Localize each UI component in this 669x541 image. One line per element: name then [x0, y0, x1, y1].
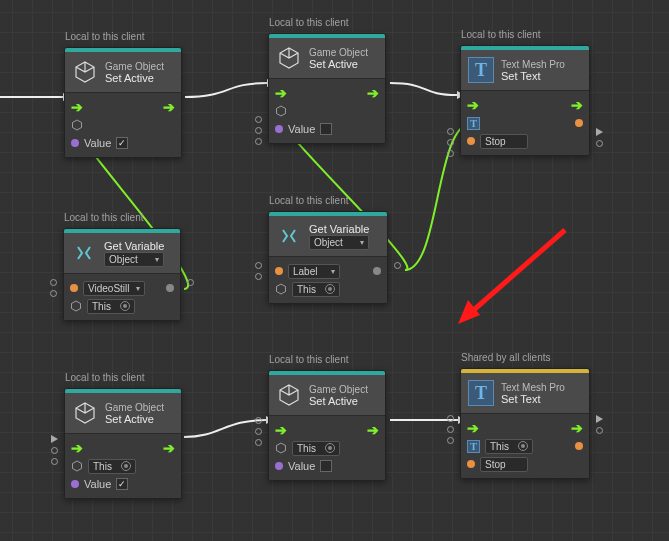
out-port-icon[interactable] [575, 119, 583, 127]
value-label: Value [84, 478, 111, 490]
port-dot[interactable] [596, 140, 603, 147]
value-checkbox[interactable] [320, 460, 332, 472]
node-header: Game Object Set Active [65, 52, 181, 92]
port-dot[interactable] [50, 279, 57, 286]
port-dot[interactable] [51, 447, 58, 454]
node-get-variable-1[interactable]: Local to this client Get Variable Object… [63, 228, 181, 321]
node-subtitle: Game Object [309, 47, 368, 58]
port-dot[interactable] [255, 439, 262, 446]
object-target-field[interactable]: This [292, 441, 340, 456]
node-title: Set Text [501, 393, 565, 405]
exec-in-icon[interactable]: ➔ [71, 99, 83, 115]
node-set-text-2[interactable]: Shared by all clients T Text Mesh Pro Se… [460, 368, 590, 479]
exec-out-icon[interactable]: ➔ [367, 85, 379, 101]
out-port-icon[interactable] [166, 284, 174, 292]
value-checkbox[interactable] [320, 123, 332, 135]
node-set-text-1[interactable]: Local to this client T Text Mesh Pro Set… [460, 45, 590, 156]
out-port-icon[interactable] [373, 267, 381, 275]
text-port-icon[interactable]: T [467, 440, 480, 453]
exec-in-icon[interactable]: ➔ [275, 422, 287, 438]
exec-out-icon[interactable]: ➔ [163, 440, 175, 456]
exec-out-tri[interactable] [596, 415, 603, 423]
object-port-icon[interactable] [275, 283, 287, 295]
svg-line-5 [468, 230, 565, 315]
port-dot[interactable] [447, 150, 454, 157]
variable-name-field[interactable]: Label▾ [288, 264, 340, 279]
port-dot[interactable] [255, 417, 262, 424]
node-set-active-2[interactable]: Local to this client Game Object Set Act… [268, 33, 386, 144]
node-title: Get Variable [104, 240, 164, 252]
value-checkbox[interactable]: ✓ [116, 478, 128, 490]
port-dot[interactable] [447, 139, 454, 146]
exec-in-icon[interactable]: ➔ [71, 440, 83, 456]
node-set-active-3[interactable]: Local to this client Game Object Set Act… [64, 388, 182, 499]
port-dot[interactable] [255, 273, 262, 280]
node-title: Set Text [501, 70, 565, 82]
node-title: Set Active [309, 58, 368, 70]
port-dot[interactable] [255, 127, 262, 134]
text-value-field[interactable]: Stop [480, 457, 528, 472]
exec-out-icon[interactable]: ➔ [571, 420, 583, 436]
node-header: Game Object Set Active [269, 375, 385, 415]
port-dot[interactable] [255, 116, 262, 123]
name-port-icon[interactable] [275, 267, 283, 275]
value-port-icon[interactable] [275, 462, 283, 470]
variable-kind-dropdown[interactable]: Object▾ [309, 235, 369, 250]
scope-label: Local to this client [269, 17, 349, 28]
port-dot[interactable] [255, 262, 262, 269]
scope-label: Local to this client [64, 212, 144, 223]
object-port-icon[interactable] [71, 460, 83, 472]
object-port-icon[interactable] [71, 119, 83, 131]
exec-in-icon[interactable]: ➔ [275, 85, 287, 101]
port-dot[interactable] [596, 427, 603, 434]
object-target-field[interactable]: This [88, 459, 136, 474]
exec-out-icon[interactable]: ➔ [367, 422, 379, 438]
port-dot[interactable] [255, 428, 262, 435]
exec-out-icon[interactable]: ➔ [163, 99, 175, 115]
text-port-icon[interactable]: T [467, 117, 480, 130]
node-subtitle: Game Object [105, 402, 164, 413]
node-set-active-1[interactable]: Local to this client Game Object Set Act… [64, 47, 182, 158]
object-port-icon[interactable] [275, 442, 287, 454]
value-port-icon[interactable] [275, 125, 283, 133]
object-port-icon[interactable] [275, 105, 287, 117]
node-subtitle: Game Object [309, 384, 368, 395]
text-value-field[interactable]: Stop [480, 134, 528, 149]
variable-name-field[interactable]: VideoStill▾ [83, 281, 145, 296]
object-target-field[interactable]: This [292, 282, 340, 297]
node-get-variable-2[interactable]: Local to this client Get Variable Object… [268, 211, 388, 304]
cube-icon [275, 44, 303, 72]
exec-out-icon[interactable]: ➔ [571, 97, 583, 113]
object-port-icon[interactable] [70, 300, 82, 312]
port-dot[interactable] [187, 279, 194, 286]
object-target-field[interactable]: This [485, 439, 533, 454]
node-set-active-4[interactable]: Local to this client Game Object Set Act… [268, 370, 386, 481]
out-port-icon[interactable] [575, 442, 583, 450]
node-subtitle: Game Object [105, 61, 164, 72]
port-dot[interactable] [255, 138, 262, 145]
port-dot[interactable] [447, 415, 454, 422]
string-port-icon[interactable] [467, 460, 475, 468]
text-icon: T [467, 379, 495, 407]
port-dot[interactable] [447, 437, 454, 444]
exec-in-icon[interactable]: ➔ [467, 97, 479, 113]
exec-in-tri[interactable] [51, 435, 58, 443]
port-dot[interactable] [50, 290, 57, 297]
node-subtitle: Text Mesh Pro [501, 382, 565, 393]
exec-in-icon[interactable]: ➔ [467, 420, 479, 436]
port-dot[interactable] [447, 426, 454, 433]
variable-kind-dropdown[interactable]: Object▾ [104, 252, 164, 267]
exec-out-tri[interactable] [596, 128, 603, 136]
scope-label: Local to this client [269, 354, 349, 365]
scope-label: Local to this client [65, 31, 145, 42]
value-port-icon[interactable] [71, 139, 79, 147]
port-dot[interactable] [394, 262, 401, 269]
port-dot[interactable] [447, 128, 454, 135]
string-port-icon[interactable] [467, 137, 475, 145]
port-dot[interactable] [51, 458, 58, 465]
name-port-icon[interactable] [70, 284, 78, 292]
text-icon: T [467, 56, 495, 84]
value-port-icon[interactable] [71, 480, 79, 488]
object-target-field[interactable]: This [87, 299, 135, 314]
value-checkbox[interactable]: ✓ [116, 137, 128, 149]
